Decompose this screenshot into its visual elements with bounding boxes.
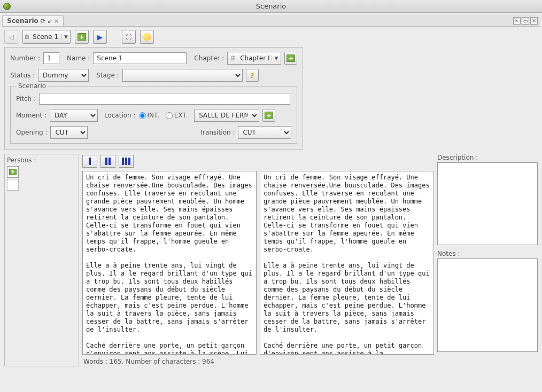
scene-selector-label: Scene 1 — [32, 33, 61, 41]
scenario-legend: Scenario — [16, 82, 48, 90]
location-label: Location : — [104, 112, 136, 119]
window-close-button[interactable] — [3, 3, 11, 10]
moment-select[interactable]: DAY — [50, 109, 98, 122]
name-input[interactable] — [93, 52, 187, 64]
notes-label: Notes : — [437, 250, 538, 257]
tab-close-icon[interactable]: ✕ — [54, 18, 58, 24]
ext-label: EXT. — [174, 112, 188, 119]
persons-panel: Persons : + — [4, 154, 79, 366]
chapter-select[interactable]: 🗎 Chapter I ▼ — [227, 52, 281, 65]
titlebar: Scenario — [0, 0, 542, 13]
tab-label: Scenario — [7, 17, 38, 25]
location-ext-radio[interactable]: EXT. — [166, 112, 188, 119]
help-icon: ? — [250, 72, 254, 80]
fullscreen-button[interactable]: ⛶ — [122, 30, 136, 44]
location-select[interactable]: SALLE DE FERME — [194, 109, 259, 122]
plus-icon: + — [78, 33, 86, 41]
column-icon — [109, 158, 111, 165]
window-body: Scenario ⟳ ⇙ ✕ ⇱ ▭ ✕ ◁ 🗎 Scene 1 ▼ + ▶ ⛶ — [0, 13, 542, 392]
number-label: Number : — [10, 54, 40, 62]
text-column-right[interactable]: Un cri de femme. Son visage effrayé. Une… — [260, 171, 434, 355]
pitch-input[interactable] — [39, 93, 290, 105]
chevron-down-icon: ▼ — [272, 56, 281, 61]
tab-detach-icon[interactable]: ⇱ — [513, 17, 521, 25]
scenario-fieldset: Scenario Pitch : Moment : DAY Location :… — [10, 86, 297, 144]
tab-scenario[interactable]: Scenario ⟳ ⇙ ✕ — [2, 15, 64, 26]
idea-button[interactable] — [140, 30, 154, 44]
add-location-button[interactable]: + — [262, 109, 275, 122]
back-button[interactable]: ◁ — [4, 30, 18, 44]
description-textarea[interactable] — [437, 162, 538, 245]
chapter-label: Chapter : — [194, 54, 224, 62]
tab-strip: Scenario ⟳ ⇙ ✕ ⇱ ▭ ✕ — [2, 15, 540, 27]
text-column-left[interactable]: Un cri de femme. Son visage effrayé. Une… — [82, 171, 257, 355]
stage-label: Stage : — [96, 72, 119, 79]
column-icon — [122, 158, 124, 165]
side-panel: Description : Notes : — [437, 154, 538, 366]
chevron-left-icon: ◁ — [9, 33, 14, 41]
one-column-button[interactable] — [82, 155, 97, 168]
window-title: Scenario — [256, 2, 287, 10]
add-chapter-button[interactable]: + — [284, 52, 297, 65]
tab-close-window-icon[interactable]: ✕ — [530, 17, 538, 25]
refresh-icon: ⟳ — [41, 18, 45, 25]
column-icon — [89, 158, 91, 165]
int-label: INT. — [148, 112, 159, 119]
play-icon: ▶ — [97, 33, 103, 41]
two-column-button[interactable] — [100, 155, 115, 168]
tab-window-controls: ⇱ ▭ ✕ — [513, 17, 540, 25]
persons-label: Persons : — [7, 156, 76, 164]
column-icon — [125, 158, 127, 165]
document-icon: 🗎 — [23, 33, 32, 41]
stage-help-button[interactable]: ? — [246, 69, 259, 82]
transition-label: Transition : — [200, 129, 235, 136]
play-button[interactable]: ▶ — [93, 30, 107, 44]
name-label: Name : — [67, 54, 90, 62]
fullscreen-icon: ⛶ — [126, 34, 131, 41]
radio-int[interactable] — [139, 112, 146, 119]
notes-textarea[interactable] — [437, 258, 538, 352]
plus-icon: + — [287, 54, 295, 62]
number-input[interactable] — [43, 52, 59, 64]
lightbulb-icon — [143, 33, 151, 41]
editor-area: Un cri de femme. Son visage effrayé. Une… — [82, 154, 434, 366]
plus-icon: + — [265, 112, 273, 119]
opening-select[interactable]: CUT — [50, 126, 88, 139]
stats-bar: Words : 165, Number of characters : 964 — [82, 355, 434, 366]
column-icon — [128, 158, 130, 165]
radio-ext[interactable] — [166, 112, 173, 119]
status-label: Status : — [10, 72, 35, 79]
stage-select[interactable] — [122, 69, 243, 82]
column-icon — [105, 158, 107, 165]
chevron-down-icon: ▼ — [61, 34, 70, 40]
plus-icon: + — [9, 169, 17, 175]
tab-minimize-icon[interactable]: ▭ — [522, 17, 529, 25]
lower-area: Persons : + Un cri de femme. Son visage … — [2, 150, 540, 369]
document-icon: 🗎 — [228, 54, 238, 62]
moment-label: Moment : — [16, 112, 47, 119]
pitch-label: Pitch : — [16, 95, 36, 103]
description-label: Description : — [437, 154, 538, 161]
scene-selector[interactable]: 🗎 Scene 1 ▼ — [22, 30, 71, 44]
pin-icon[interactable]: ⇙ — [48, 18, 52, 24]
status-select[interactable]: Dummy — [38, 69, 89, 82]
form-area: Number : Name : Chapter : 🗎 Chapter I ▼ … — [4, 47, 303, 150]
opening-label: Opening : — [16, 129, 47, 136]
column-buttons — [82, 154, 434, 171]
add-person-button[interactable]: + — [7, 166, 19, 178]
text-columns: Un cri de femme. Son visage effrayé. Une… — [82, 171, 434, 355]
person-slot[interactable] — [7, 179, 19, 191]
chapter-value: Chapter I — [238, 54, 271, 62]
transition-select[interactable]: CUT — [238, 126, 291, 139]
three-column-button[interactable] — [119, 155, 134, 168]
toolbar: ◁ 🗎 Scene 1 ▼ + ▶ ⛶ — [2, 27, 540, 47]
location-int-radio[interactable]: INT. — [139, 112, 159, 119]
add-scene-button[interactable]: + — [75, 30, 89, 44]
